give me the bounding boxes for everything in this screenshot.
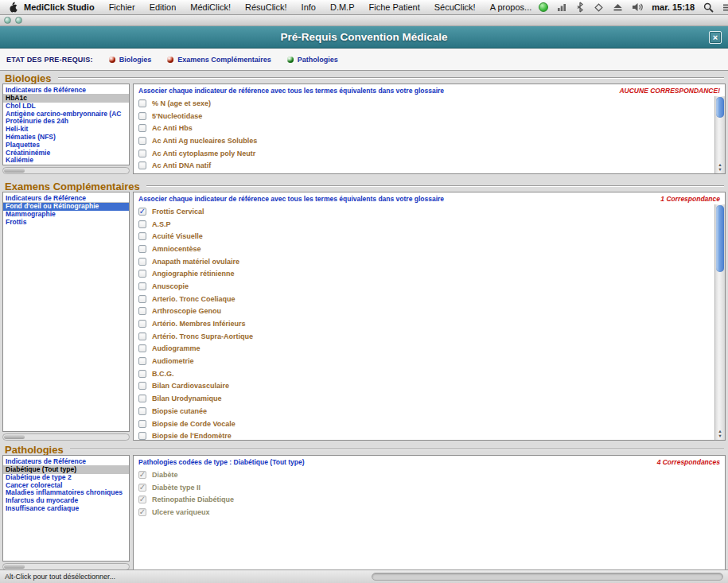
- reference-item-hematies-nfs[interactable]: Hématies (NFS): [3, 134, 129, 142]
- reference-item-proteinurie-des-24h[interactable]: Protéinurie des 24h: [3, 118, 129, 126]
- dialog-close-button[interactable]: ×: [709, 31, 722, 44]
- list-row-b-c-g[interactable]: B.C.G.: [134, 367, 714, 380]
- volume-icon[interactable]: [632, 2, 643, 12]
- reference-item-diabetique-tout-type[interactable]: Diabétique (Tout type): [3, 466, 129, 474]
- scrollbar-arrows-icon[interactable]: ▲▼: [715, 162, 725, 172]
- reference-item-fond-d-oeil-ou-retinographie[interactable]: Fond d'oeil ou Rétinographie: [3, 203, 129, 211]
- checkbox-icon[interactable]: [138, 295, 146, 303]
- menu-edition[interactable]: Edition: [142, 2, 184, 12]
- checkbox-icon[interactable]: [138, 99, 146, 107]
- horizontal-scrollbar[interactable]: [2, 433, 130, 441]
- scrollbar-thumb[interactable]: [4, 565, 25, 569]
- list-row-bilan-cardiovasculaire[interactable]: Bilan Cardiovasculaire: [134, 380, 714, 393]
- menu-mediclick[interactable]: MédiClick!: [183, 2, 238, 12]
- checkbox-icon[interactable]: [138, 232, 146, 240]
- list-row-ulcere-variqueux[interactable]: ✓Ulcere variqueux: [134, 506, 725, 519]
- scrollbar-thumb[interactable]: [716, 97, 724, 118]
- reference-item-creatininemie[interactable]: Créatininémie: [3, 150, 129, 157]
- menu-secuclick[interactable]: SécuClick!: [427, 2, 483, 12]
- app-status-green-icon[interactable]: [539, 2, 548, 12]
- list-row-a-s-p[interactable]: A.S.P: [134, 218, 714, 231]
- reference-item-antigene-carcino-embryonnaire-ac[interactable]: Antigène carcino-embryonnaire (AC: [3, 111, 129, 119]
- menu-fichier[interactable]: Fichier: [102, 2, 142, 12]
- checkbox-icon[interactable]: [138, 161, 146, 169]
- window-close-button[interactable]: [4, 17, 11, 24]
- checkbox-checked-icon[interactable]: ✓: [138, 208, 146, 216]
- vertical-scrollbar[interactable]: ▲▼: [714, 204, 725, 440]
- checkbox-icon[interactable]: [138, 307, 146, 315]
- list-row-arterio-tronc-coeliaque[interactable]: Arterio. Tronc Coeliaque: [134, 293, 714, 305]
- list-row-biopsie-de-corde-vocale[interactable]: Biopsie de Corde Vocale: [134, 418, 714, 430]
- checkbox-icon[interactable]: [138, 332, 146, 340]
- list-row-ac-anti-ag-nucleaires-solubles[interactable]: Ac Anti Ag nucleaires Solubles: [134, 134, 714, 147]
- prereq-item-examens-complementaires[interactable]: Examens Complémentaires: [167, 56, 271, 64]
- spotlight-search-icon[interactable]: [703, 2, 714, 13]
- checkbox-checked-icon[interactable]: ✓: [138, 508, 146, 516]
- list-row-arthroscopie-genou[interactable]: Arthroscopie Genou: [134, 305, 714, 318]
- checkbox-icon[interactable]: [138, 137, 146, 145]
- checkbox-icon[interactable]: [138, 282, 146, 290]
- checkbox-icon[interactable]: [138, 432, 146, 440]
- list-row-audiometrie[interactable]: Audiometrie: [134, 355, 714, 367]
- window-minimize-button[interactable]: [15, 17, 22, 24]
- list-row-biopsie-de-l-endometre[interactable]: Biopsie de l'Endomètre: [134, 429, 714, 440]
- checkbox-icon[interactable]: [138, 245, 146, 253]
- list-row-anuscopie[interactable]: Anuscopie: [134, 280, 714, 293]
- checkbox-icon[interactable]: [138, 270, 146, 278]
- prereq-item-pathologies[interactable]: Pathologies: [287, 56, 338, 64]
- vertical-scrollbar[interactable]: ▲▼: [714, 96, 725, 173]
- horizontal-scrollbar[interactable]: [2, 167, 130, 174]
- checkbox-icon[interactable]: [138, 124, 146, 132]
- reference-item-plaquettes[interactable]: Plaquettes: [3, 142, 129, 150]
- diamond-icon[interactable]: [594, 2, 604, 13]
- reference-item-infarctus-du-myocarde[interactable]: Infarctus du myocarde: [3, 497, 129, 505]
- menu-d-m-p[interactable]: D.M.P: [323, 2, 362, 12]
- reference-item-heli-kit[interactable]: Heli-kit: [3, 126, 129, 134]
- scrollbar-thumb[interactable]: [716, 205, 724, 272]
- checkbox-icon[interactable]: [138, 258, 146, 266]
- eject-icon[interactable]: [613, 2, 623, 12]
- menu-info[interactable]: Info: [294, 2, 323, 12]
- list-row-anapath-materiel-ovulaire[interactable]: Anapath matériel ovulaire: [134, 255, 714, 268]
- reference-item-hba1c[interactable]: HbA1c: [3, 95, 129, 103]
- list-row-acuite-visuelle[interactable]: Acuité Visuelle: [134, 230, 714, 243]
- list-row-n-age-et-sexe[interactable]: % N (age et sexe): [134, 97, 714, 110]
- list-row-arterio-membres-inferieurs[interactable]: Artério. Membres Inférieurs: [134, 317, 714, 330]
- list-row-5-nucleotidase[interactable]: 5'Nucleotidase: [134, 110, 714, 122]
- list-row-frottis-cervical[interactable]: ✓Frottis Cervical: [134, 205, 714, 218]
- checkbox-icon[interactable]: [138, 420, 146, 428]
- list-row-audiogramme[interactable]: Audiogramme: [134, 343, 714, 356]
- reference-item-kaliemie[interactable]: Kaliémie: [3, 157, 129, 165]
- reference-item-mammographie[interactable]: Mammographie: [3, 211, 129, 219]
- checkbox-checked-icon[interactable]: ✓: [138, 471, 146, 479]
- checkbox-icon[interactable]: [138, 394, 146, 402]
- checkbox-icon[interactable]: [138, 344, 146, 352]
- reference-item-diabetique-de-type-2[interactable]: Diabétique de type 2: [3, 474, 129, 482]
- list-row-biopsie-cutanee[interactable]: Biopsie cutanée: [134, 405, 714, 418]
- levels-icon[interactable]: [557, 2, 566, 12]
- checkbox-icon[interactable]: [138, 357, 146, 365]
- list-row-ac-anti-cytoplasme-poly-neutr[interactable]: Ac Anti cytoplasme poly Neutr: [134, 147, 714, 160]
- prereq-item-biologies[interactable]: Biologies: [109, 56, 152, 64]
- status-horizontal-scrollbar[interactable]: [372, 573, 723, 581]
- checkbox-checked-icon[interactable]: ✓: [138, 484, 146, 492]
- checkbox-icon[interactable]: [138, 382, 146, 390]
- checkbox-icon[interactable]: [138, 407, 146, 415]
- bluetooth-icon[interactable]: [575, 2, 585, 13]
- menu-app-name[interactable]: MediClick Studio: [24, 2, 102, 12]
- reference-item-chol-ldl[interactable]: Chol LDL: [3, 103, 129, 111]
- list-row-ac-anti-dna-natif[interactable]: Ac Anti DNA natif: [134, 159, 714, 172]
- menubar-clock[interactable]: mar. 15:18: [652, 2, 695, 12]
- scrollbar-thumb[interactable]: [4, 169, 25, 173]
- scrollbar-arrows-icon[interactable]: ▲▼: [715, 429, 725, 438]
- list-row-ac-anti-hbs[interactable]: Ac Anti Hbs: [134, 122, 714, 134]
- checkbox-icon[interactable]: [138, 370, 146, 378]
- reference-item-insuffisance-cardiaque[interactable]: Insuffisance cardiaque: [3, 505, 129, 513]
- reference-item-frottis[interactable]: Frottis: [3, 219, 129, 227]
- scrollbar-thumb[interactable]: [4, 435, 25, 439]
- list-row-retinopathie-diabetique[interactable]: ✓Retinopathie Diabétique: [134, 493, 725, 506]
- list-row-diabete[interactable]: ✓Diabète: [134, 468, 725, 481]
- reference-item-cancer-colorectal[interactable]: Cancer colorectal: [3, 482, 129, 490]
- menu-a-propos[interactable]: A propos...: [483, 2, 539, 12]
- list-row-bilan-urodynamique[interactable]: Bilan Urodynamique: [134, 392, 714, 405]
